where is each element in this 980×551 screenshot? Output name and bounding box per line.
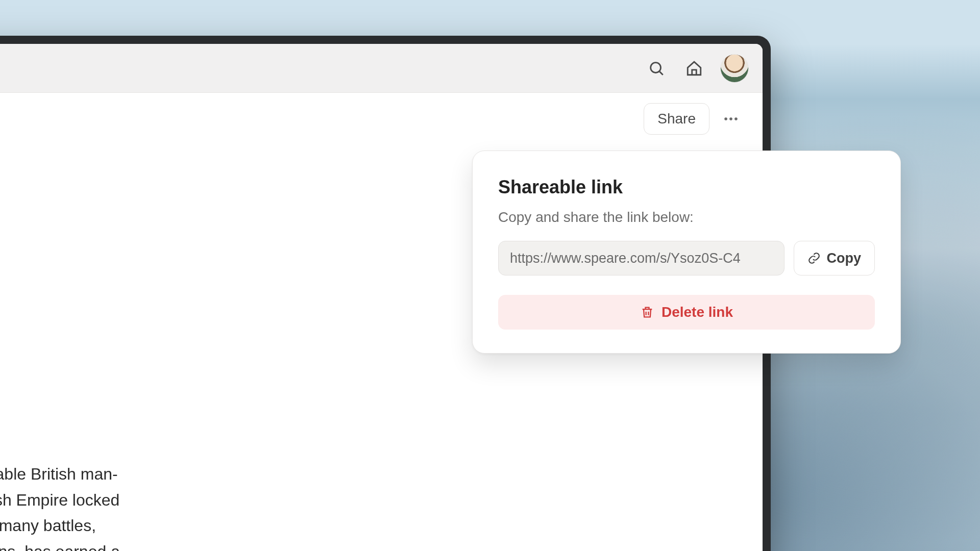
search-icon	[648, 60, 665, 77]
svg-line-1	[659, 71, 663, 74]
user-avatar[interactable]	[721, 55, 748, 82]
top-toolbar	[0, 44, 763, 93]
search-button[interactable]	[645, 57, 668, 80]
popover-subtitle: Copy and share the link below:	[498, 209, 875, 226]
document-text[interactable]: Tom" Ramsey commands the HMS Valiant, a …	[0, 461, 350, 551]
svg-point-2	[724, 117, 727, 120]
delete-button-label: Delete link	[662, 304, 733, 320]
delete-link-button[interactable]: Delete link	[498, 295, 875, 330]
ellipsis-icon	[722, 110, 740, 128]
home-button[interactable]	[683, 57, 705, 80]
share-button-label: Share	[657, 111, 696, 127]
trash-icon	[640, 305, 654, 319]
svg-point-0	[651, 62, 661, 72]
more-actions-button[interactable]	[718, 106, 744, 132]
share-button[interactable]: Share	[644, 103, 709, 135]
copy-link-button[interactable]: Copy	[794, 241, 875, 276]
link-row: Copy	[498, 241, 875, 276]
share-link-popover: Shareable link Copy and share the link b…	[472, 151, 901, 354]
svg-point-3	[729, 117, 732, 120]
svg-point-4	[734, 117, 738, 120]
copy-button-label: Copy	[827, 251, 862, 266]
share-url-input[interactable]	[498, 241, 785, 276]
link-icon	[807, 252, 821, 265]
home-icon	[685, 60, 703, 77]
popover-title: Shareable link	[498, 177, 875, 198]
document-action-bar: Share	[0, 93, 763, 135]
